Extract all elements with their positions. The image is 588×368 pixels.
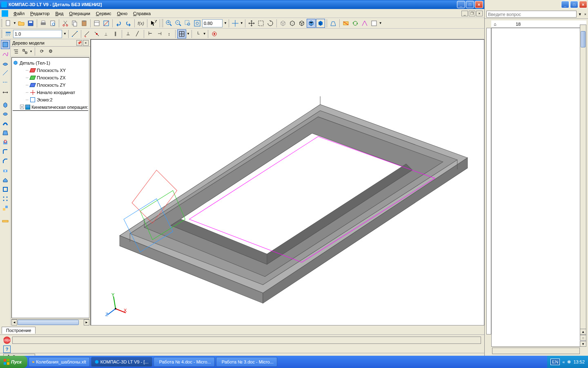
taskbar-item-2[interactable]: W Работа № 4.doc - Micro...	[154, 357, 215, 367]
grid-dropdown-icon[interactable]: ▼	[187, 32, 190, 36]
zoom-region-button[interactable]	[256, 19, 265, 28]
undo-button[interactable]	[114, 19, 123, 28]
panel-close-button[interactable]: ×	[83, 40, 89, 46]
constraint2-button[interactable]	[92, 29, 101, 38]
tree-hscrollbar[interactable]: ◄ ►	[11, 319, 89, 325]
taskbar-item-3[interactable]: W Работа № 3.doc - Micro...	[216, 357, 277, 367]
chamfer-tool[interactable]	[1, 157, 10, 166]
zoom-out-button[interactable]: -	[174, 19, 183, 28]
constraint4-button[interactable]: ∥	[111, 29, 120, 38]
zoom-in-button[interactable]: +	[165, 19, 174, 28]
loft-tool[interactable]	[1, 128, 10, 137]
browse-object-button[interactable]: ○	[580, 335, 586, 341]
search-close-icon[interactable]: ×	[584, 12, 586, 16]
tray-icon-2[interactable]: ❋	[567, 359, 571, 365]
save-button[interactable]	[26, 19, 35, 28]
zoom-window-button[interactable]	[183, 19, 192, 28]
assembly-tool[interactable]	[1, 204, 10, 213]
cut-extrude-tool[interactable]	[1, 138, 10, 147]
dim1-button[interactable]: ⊢	[146, 29, 155, 38]
edit-geometry-tool[interactable]	[1, 40, 10, 49]
mdi-minimize-button[interactable]: _	[461, 11, 468, 16]
new-dropdown-icon[interactable]: ▼	[13, 21, 16, 25]
snap1-button[interactable]: ⊥	[124, 29, 133, 38]
outer-close-button[interactable]: ×	[579, 1, 587, 8]
vertical-scrollbar[interactable]	[580, 25, 586, 335]
start-button[interactable]: Пуск	[0, 356, 27, 368]
round-button[interactable]	[210, 29, 219, 38]
snap-dropdown-icon[interactable]: ▼	[240, 21, 243, 25]
scroll-right-icon[interactable]: ►	[84, 319, 89, 325]
help-cursor-button[interactable]: ?	[149, 19, 158, 28]
rib-tool[interactable]	[1, 175, 10, 184]
constraint3-button[interactable]: ⟂	[102, 29, 111, 38]
perspective-button[interactable]	[329, 19, 338, 28]
view-dropdown-icon[interactable]: ▼	[379, 21, 382, 25]
3d-viewport[interactable]: X Y Z	[91, 39, 484, 325]
horizontal-scrollbar[interactable]	[492, 348, 580, 354]
tree-plane-zy[interactable]: ┈ Плоскость ZY	[13, 81, 88, 89]
menu-window[interactable]: Окно	[114, 10, 131, 17]
help-search-input[interactable]	[486, 11, 577, 18]
constraint1-button[interactable]	[83, 29, 92, 38]
pattern-tool[interactable]	[1, 194, 10, 203]
tree-root[interactable]: Деталь (Тел-1)	[13, 59, 88, 67]
zoom-value-input[interactable]	[202, 19, 223, 27]
zoom-fit-button[interactable]	[193, 19, 202, 28]
simplify-button[interactable]	[360, 19, 369, 28]
fillet-tool[interactable]	[1, 147, 10, 156]
ruler-tab-marker[interactable]: ⌂	[494, 22, 497, 27]
tree-origin[interactable]: ┈ Начало координат	[13, 89, 88, 96]
axis-tool[interactable]	[1, 78, 10, 87]
print-preview-button[interactable]	[48, 19, 57, 28]
section-button[interactable]	[341, 19, 350, 28]
tree-relations-button[interactable]	[21, 48, 29, 55]
open-button[interactable]	[17, 19, 26, 28]
refresh-button[interactable]	[370, 19, 379, 28]
menu-help[interactable]: Справка	[130, 10, 154, 17]
taskbar-item-1[interactable]: КОМПАС-3D LT V9 - [...	[91, 357, 152, 367]
line-style-button[interactable]	[4, 29, 13, 38]
document-icon[interactable]	[2, 10, 8, 17]
hidden-lines-button[interactable]	[288, 19, 297, 28]
dim2-button[interactable]: ⊣	[155, 29, 164, 38]
command-input[interactable]	[12, 337, 481, 344]
properties-button[interactable]	[92, 19, 101, 28]
paste-button[interactable]	[80, 19, 89, 28]
language-indicator[interactable]: EN	[550, 359, 560, 365]
expand-icon[interactable]: +	[20, 105, 24, 109]
menu-service[interactable]: Сервис	[93, 10, 114, 17]
scroll-left-icon[interactable]: ◄	[11, 319, 17, 325]
tab-construction[interactable]: Построение	[2, 327, 36, 334]
page-up-button[interactable]: ▲	[580, 329, 586, 334]
outer-maximize-button[interactable]: □	[570, 1, 578, 8]
variables-button[interactable]: f(x)	[136, 19, 145, 28]
ortho-dropdown-icon[interactable]: ▼	[203, 32, 206, 36]
lineweight-dropdown-icon[interactable]: ▼	[63, 32, 67, 36]
outer-minimize-button[interactable]: _	[561, 1, 569, 8]
panel-pin-button[interactable]: 📌	[76, 40, 82, 46]
menu-view[interactable]: Вид	[52, 10, 66, 17]
mdi-restore-button[interactable]: ❐	[469, 11, 475, 16]
redo-button[interactable]	[124, 19, 133, 28]
print-button[interactable]	[39, 19, 48, 28]
cursor-snap-button[interactable]	[231, 19, 240, 28]
lineweight-input[interactable]	[13, 30, 62, 38]
sweep-tool[interactable]	[1, 119, 10, 128]
cut-button[interactable]	[61, 19, 70, 28]
dimension-tool[interactable]	[1, 87, 10, 96]
ortho-button[interactable]: └	[194, 29, 203, 38]
rotate-button[interactable]	[266, 19, 275, 28]
line-tool[interactable]	[1, 68, 10, 77]
page-down-button[interactable]: ▼	[580, 341, 586, 347]
grid-snap-button[interactable]	[177, 29, 186, 38]
zoom-dropdown-icon[interactable]: ▼	[224, 21, 227, 25]
copy-button[interactable]	[70, 19, 79, 28]
search-dropdown-icon[interactable]: ▼	[578, 12, 582, 16]
tree-sketch[interactable]: ┈ Эскиз:2	[13, 96, 88, 103]
extrude-tool[interactable]	[1, 100, 10, 109]
tree-display-button[interactable]	[12, 48, 20, 55]
new-document-button[interactable]	[4, 19, 13, 28]
maximize-button[interactable]: □	[466, 1, 474, 8]
menu-file[interactable]: Файл	[11, 10, 27, 17]
